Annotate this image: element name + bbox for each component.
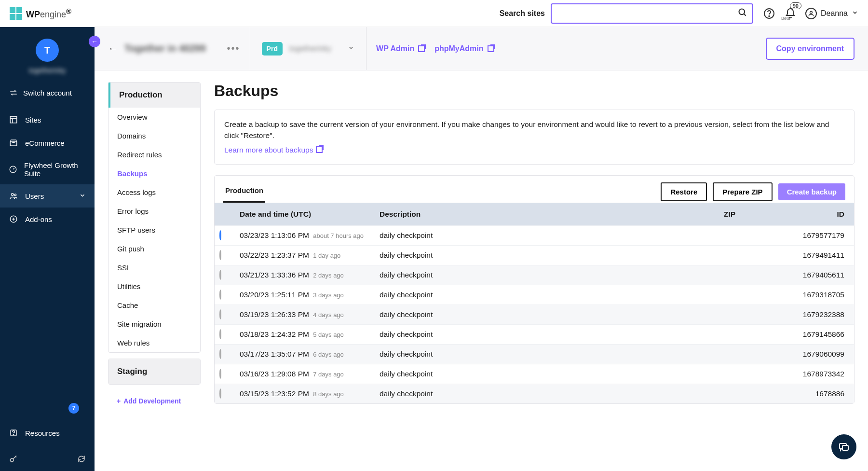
sidebar-item-sites[interactable]: Sites <box>0 108 95 131</box>
search-icon[interactable] <box>738 8 747 19</box>
backup-radio[interactable] <box>219 230 221 240</box>
backup-row[interactable]: 03/21/23 1:33:36 PM 2 days agodaily chec… <box>215 265 854 285</box>
backup-id: 1678886 <box>772 389 849 398</box>
backup-row[interactable]: 03/18/23 1:24:32 PM 5 days agodaily chec… <box>215 324 854 344</box>
svg-rect-5 <box>10 116 17 123</box>
restore-button[interactable]: Restore <box>661 182 707 201</box>
backup-radio[interactable] <box>219 349 221 359</box>
backup-radio[interactable] <box>219 329 221 339</box>
backup-description: daily checkpoint <box>380 389 724 398</box>
backup-id: 1678973342 <box>772 370 849 378</box>
plus-icon: + <box>117 397 121 405</box>
subnav-item-sftp-users[interactable]: SFTP users <box>108 221 200 239</box>
sidebar-collapse-button[interactable]: ← <box>89 36 100 47</box>
sidebar-resources[interactable]: Resources <box>9 421 86 444</box>
environment-subnav: Production OverviewDomainsRedirect rules… <box>108 82 201 412</box>
learn-more-link[interactable]: Learn more about backups <box>224 144 323 155</box>
backup-id: 1679405611 <box>772 271 849 279</box>
backup-row[interactable]: 03/17/23 1:35:07 PM 6 days agodaily chec… <box>215 344 854 364</box>
switch-account[interactable]: Switch account <box>0 82 95 103</box>
backup-id: 1679577179 <box>772 231 849 240</box>
chevron-down-icon <box>348 44 354 53</box>
user-menu[interactable]: Deanna <box>805 8 858 19</box>
sidebar-item-flywheel-growth-suite[interactable]: Flywheel Growth Suite <box>0 154 95 184</box>
svg-point-0 <box>739 9 745 15</box>
switch-account-label: Switch account <box>23 89 72 97</box>
backup-description: daily checkpoint <box>380 271 724 279</box>
subnav-item-domains[interactable]: Domains <box>108 126 200 145</box>
notifications-icon[interactable]: 90 Beta <box>784 7 797 20</box>
phpmyadmin-link[interactable]: phpMyAdmin <box>434 44 494 53</box>
backup-radio[interactable] <box>219 388 221 399</box>
backup-row[interactable]: 03/22/23 1:23:37 PM 1 day agodaily check… <box>215 245 854 265</box>
sidebar-item-users[interactable]: Users <box>0 184 95 208</box>
backup-row[interactable]: 03/20/23 1:25:11 PM 3 days agodaily chec… <box>215 285 854 305</box>
backups-table: Production Restore Prepare ZIP Create ba… <box>214 175 854 404</box>
sidebar-item-ecommerce[interactable]: eCommerce <box>0 131 95 154</box>
help-icon[interactable] <box>763 7 775 20</box>
backup-radio[interactable] <box>219 369 221 379</box>
external-link-icon <box>488 45 494 52</box>
backup-id: 1679491411 <box>772 251 849 260</box>
backup-relative-time: 1 day ago <box>313 252 340 259</box>
subnav-item-cache[interactable]: Cache <box>108 296 200 315</box>
back-button[interactable]: ← <box>108 43 118 54</box>
backup-id: 1679232388 <box>772 310 849 319</box>
store-icon <box>9 138 18 148</box>
tab-production[interactable]: Production <box>223 181 265 203</box>
resources-label: Resources <box>25 429 60 437</box>
brand-logo[interactable]: WPengine® <box>10 7 71 20</box>
subnav-item-backups[interactable]: Backups <box>108 164 200 183</box>
chat-button[interactable] <box>831 434 856 459</box>
subnav-item-utilities[interactable]: Utilities <box>108 277 200 296</box>
subnav-item-access-logs[interactable]: Access logs <box>108 183 200 202</box>
page-title: Backups <box>214 82 854 100</box>
switch-icon <box>9 88 18 97</box>
subnav-item-error-logs[interactable]: Error logs <box>108 202 200 221</box>
key-icon[interactable] <box>9 454 18 465</box>
subnav-item-overview[interactable]: Overview <box>108 108 200 126</box>
backup-radio[interactable] <box>219 270 221 280</box>
backup-radio[interactable] <box>219 309 221 319</box>
subnav-item-redirect-rules[interactable]: Redirect rules <box>108 145 200 164</box>
subnav-item-web-rules[interactable]: Web rules <box>108 333 200 352</box>
wp-admin-link[interactable]: WP Admin <box>376 44 425 53</box>
copy-environment-button[interactable]: Copy environment <box>766 38 854 60</box>
backup-id: 1679145866 <box>772 330 849 339</box>
subnav-item-git-push[interactable]: Git push <box>108 239 200 258</box>
search-box[interactable] <box>551 3 753 24</box>
site-menu-button[interactable]: ••• <box>227 43 240 54</box>
top-bar: WPengine® Search sites 90 Beta Dean <box>0 0 868 27</box>
sidebar-item-add-ons[interactable]: Add-ons <box>0 208 95 231</box>
backup-row[interactable]: 03/16/23 1:29:08 PM 7 days agodaily chec… <box>215 364 854 384</box>
svg-point-9 <box>12 194 14 196</box>
add-development-button[interactable]: + Add Development <box>108 390 201 412</box>
col-description: Description <box>380 210 724 219</box>
svg-line-1 <box>744 14 746 16</box>
environment-selector[interactable]: Prd togetherinky <box>250 27 367 70</box>
backup-row[interactable]: 03/15/23 1:23:52 PM 8 days agodaily chec… <box>215 384 854 403</box>
refresh-icon[interactable] <box>77 455 86 465</box>
backup-datetime: 03/19/23 1:26:33 PM 4 days ago <box>240 310 380 319</box>
backup-radio[interactable] <box>219 250 221 260</box>
info-text: Create a backup to save the current vers… <box>224 119 844 141</box>
gauge-icon <box>9 165 17 174</box>
prepare-zip-button[interactable]: Prepare ZIP <box>713 182 772 201</box>
env-name: togetherinky <box>289 44 331 53</box>
backup-radio[interactable] <box>219 290 221 300</box>
backup-datetime: 03/16/23 1:29:08 PM 7 days ago <box>240 370 380 378</box>
subnav-item-site-migration[interactable]: Site migration <box>108 315 200 333</box>
svg-point-10 <box>14 194 16 196</box>
brand-engine: engine <box>40 10 66 19</box>
backup-row[interactable]: 03/23/23 1:13:06 PM about 7 hours agodai… <box>215 225 854 245</box>
create-backup-button[interactable]: Create backup <box>778 183 845 200</box>
backup-relative-time: 2 days ago <box>313 272 344 279</box>
subnav-production-header[interactable]: Production <box>108 83 200 108</box>
notification-badge: 90 <box>790 2 801 9</box>
backup-row[interactable]: 03/19/23 1:26:33 PM 4 days agodaily chec… <box>215 305 854 324</box>
search-input[interactable] <box>556 9 738 17</box>
svg-point-4 <box>810 11 813 14</box>
subnav-item-ssl[interactable]: SSL <box>108 258 200 277</box>
subnav-staging-header[interactable]: Staging <box>108 359 200 384</box>
account-avatar[interactable]: T <box>36 39 59 62</box>
